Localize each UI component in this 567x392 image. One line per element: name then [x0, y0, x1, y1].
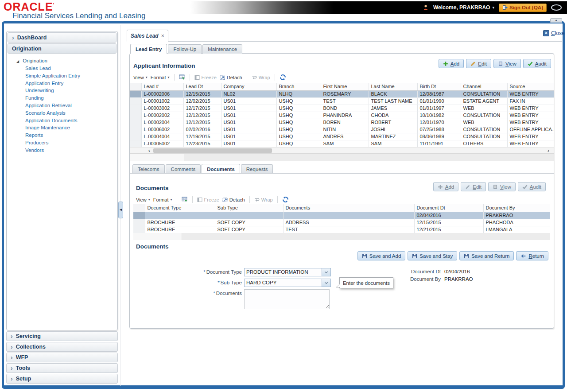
welcome-menu[interactable]: Welcome, PRAKRRAO▾ — [433, 4, 494, 11]
table-row[interactable]: L-0000200412/12/2015US01USHQBORENROBERT1… — [130, 119, 554, 126]
column-header[interactable]: Company — [221, 83, 276, 90]
row-selector[interactable] — [130, 90, 141, 97]
collapse-header-handle[interactable]: ▲ — [550, 18, 562, 23]
column-header[interactable]: Last Name — [369, 83, 417, 90]
column-header[interactable]: Document Dt — [414, 204, 483, 212]
subtab[interactable]: Comments — [166, 164, 201, 174]
row-selector[interactable] — [130, 126, 141, 133]
column-header[interactable]: Document By — [483, 204, 550, 212]
sidebar-tree-item[interactable]: Funding — [8, 94, 117, 102]
table-row[interactable]: 02/04/2016PRAKRRAO — [133, 212, 550, 219]
tab[interactable]: Maintenance — [202, 44, 242, 54]
row-selector[interactable] — [130, 119, 141, 126]
audit-button[interactable]: Audit — [523, 59, 551, 68]
row-selector[interactable] — [133, 219, 145, 226]
sidebar-tree-item[interactable]: Underwriting — [8, 87, 117, 94]
document-type-select[interactable]: PRODUCT INFORMATION — [244, 268, 331, 276]
format-menu[interactable]: Format▾ — [151, 75, 170, 80]
dropdown-button[interactable] — [322, 268, 330, 276]
view-menu[interactable]: View▾ — [136, 197, 150, 202]
sidebar-tree-item[interactable]: Producers — [8, 139, 117, 147]
scroll-left-icon[interactable]: ‹ — [146, 147, 153, 153]
sidebar-tree-item[interactable]: Vendors — [8, 147, 117, 154]
sidebar-tree-item[interactable]: Application Documents — [8, 117, 117, 124]
refresh-icon[interactable] — [282, 196, 289, 203]
detach-button[interactable]: Detach — [220, 75, 242, 80]
add-button[interactable]: Add — [439, 59, 464, 68]
edit-button[interactable]: Edit — [466, 59, 491, 68]
column-header[interactable]: First Name — [321, 83, 369, 90]
view-menu[interactable]: View▾ — [133, 75, 148, 80]
sidebar-section[interactable]: › Servicing — [6, 331, 118, 341]
column-header[interactable]: Sub Type — [215, 204, 283, 212]
sub-type-select[interactable]: HARD COPY — [244, 279, 331, 287]
close-control[interactable]: × Close — [543, 30, 565, 36]
required-marker: * — [203, 269, 205, 275]
table-row[interactable]: L-0000200212/12/2015US01USHQPHANINDRACHO… — [130, 112, 554, 119]
session-indicator-icon[interactable] — [551, 4, 562, 11]
column-header[interactable]: Birth Dt — [417, 83, 461, 90]
sidebar-splitter-handle[interactable]: ◄ — [118, 202, 123, 218]
query-by-example-icon[interactable] — [182, 197, 188, 202]
column-header[interactable]: Document Type — [145, 204, 215, 212]
save-and-stay-button[interactable]: Save and Stay — [408, 251, 457, 260]
sidebar-section[interactable]: › Tools — [6, 363, 118, 373]
tab[interactable]: Follow-Up — [168, 44, 202, 54]
table-row[interactable]: BROCHURESOFT COPYADDRESS12/15/2015PHACHO… — [133, 219, 550, 226]
query-by-example-icon[interactable] — [179, 74, 185, 80]
row-selector[interactable] — [130, 105, 141, 112]
column-header[interactable]: Channel — [461, 83, 507, 90]
return-button[interactable]: Return — [516, 251, 548, 260]
table-row[interactable]: L-0000600202/02/2016US01USHQNITINJOSHI07… — [130, 126, 554, 133]
table-row[interactable]: L-0000200612/15/2015NL02NLHQROSEMARYBLAC… — [130, 90, 554, 97]
sidebar-item-origination[interactable]: Origination — [8, 43, 117, 54]
sidebar-tree-item[interactable]: Reports — [8, 132, 117, 139]
sidebar-tree-item[interactable]: Simple Application Entry — [8, 72, 117, 80]
sidebar-section[interactable]: › WFP — [6, 353, 118, 362]
table-row[interactable]: L-0000400412/19/2015US01USHQANDRESMARTIN… — [130, 133, 554, 140]
sidebar-tree-item[interactable]: Sales Lead — [8, 65, 117, 72]
subtab[interactable]: Requests — [241, 164, 273, 174]
dropdown-button[interactable] — [322, 279, 330, 287]
table-row[interactable]: L-0000500212/23/2015US01USHQSAMSAM11/11/… — [130, 140, 554, 147]
sidebar-item-dashboard[interactable]: › DashBoard — [8, 32, 117, 43]
row-selector[interactable] — [130, 140, 141, 147]
document-tab-sales-lead[interactable]: Sales Lead × — [127, 30, 168, 42]
sidebar-tree-item[interactable]: Application Retrieval — [8, 102, 117, 109]
sidebar-section[interactable]: › Collections — [6, 342, 118, 352]
sidebar-section[interactable]: › Setup — [6, 374, 118, 384]
sidebar-tree-item[interactable]: Application Entry — [8, 80, 117, 87]
column-header[interactable]: Documents — [283, 204, 414, 212]
column-header[interactable]: Source — [507, 83, 554, 90]
sign-out-button[interactable]: Sign Out [QA] — [499, 4, 547, 12]
sidebar-tree-item[interactable]: Image Maintenance — [8, 124, 117, 132]
column-header[interactable]: Lead # — [141, 83, 183, 90]
row-selector[interactable] — [133, 226, 145, 233]
column-header[interactable]: Lead Dt — [183, 83, 221, 90]
row-selector[interactable] — [130, 133, 141, 140]
tab[interactable]: Lead Entry — [130, 44, 167, 54]
table-row[interactable]: L-0000100212/02/2015US01USHQTESTTEST LAS… — [130, 97, 554, 105]
view-button[interactable]: View — [493, 59, 521, 68]
subtab[interactable]: Telecoms — [132, 164, 165, 174]
row-selector[interactable] — [133, 212, 145, 219]
tab-close-icon[interactable]: × — [161, 33, 164, 39]
scroll-right-icon[interactable]: › — [545, 147, 552, 153]
column-header[interactable]: Branch — [276, 83, 321, 90]
documents-textarea[interactable] — [244, 289, 330, 309]
save-and-return-button[interactable]: Save and Return — [459, 251, 514, 260]
subtab[interactable]: Documents — [202, 164, 240, 174]
row-selector[interactable] — [130, 112, 141, 119]
row-selector[interactable] — [130, 97, 141, 105]
refresh-icon[interactable] — [280, 74, 286, 81]
detach-button[interactable]: Detach — [222, 197, 245, 202]
tree-node-origination[interactable]: ◢ Origination — [8, 57, 117, 65]
format-menu[interactable]: Format▾ — [153, 197, 172, 202]
save-and-add-button[interactable]: Save and Add — [357, 251, 406, 260]
scrollbar-thumb[interactable] — [153, 148, 272, 153]
table-row[interactable]: L-0000300212/17/2015US01USHQBONDJAMES01/… — [130, 105, 554, 112]
applicant-hscrollbar[interactable]: ‹ › — [130, 147, 554, 154]
sidebar-tree-item[interactable]: Scenario Analysis — [8, 109, 117, 117]
table-cell: TEST LAST NAME — [369, 97, 417, 105]
table-row[interactable]: BROCHURESOFT COPYTEST12/21/2015LMANGALA — [133, 226, 550, 233]
